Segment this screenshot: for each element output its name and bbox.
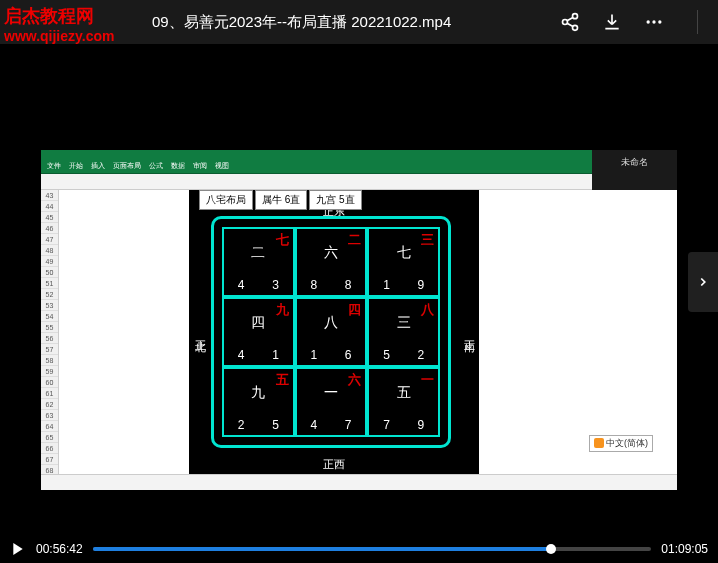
play-button[interactable] xyxy=(10,541,26,557)
chart-tab[interactable]: 九宫 5直 xyxy=(309,190,361,210)
svg-line-4 xyxy=(567,23,573,26)
more-icon[interactable] xyxy=(643,11,665,33)
palace-cell: 九四41 xyxy=(222,297,295,367)
video-viewport: — □ × 文件 开始 插入 页面布局 公式 数据 审阅 视图 未命名 4344… xyxy=(0,44,718,535)
ribbon-tab[interactable]: 审阅 xyxy=(193,161,207,171)
ribbon-tab[interactable]: 视图 xyxy=(215,161,229,171)
svg-point-6 xyxy=(652,20,655,23)
video-title: 09、易善元2023年--布局直播 20221022.mp4 xyxy=(152,13,559,32)
excel-statusbar xyxy=(41,474,677,490)
nine-palace-chart: 八宅布局 属牛 6直 九宫 5直 正东 正西 正南 正北 七二43二六88三七1… xyxy=(189,190,479,474)
excel-toolbar xyxy=(41,174,677,190)
cell-bottom: 19 xyxy=(369,278,438,295)
cell-star: 七 xyxy=(276,231,289,249)
chart-tab[interactable]: 属牛 6直 xyxy=(255,190,307,210)
cell-bottom: 25 xyxy=(224,418,293,435)
svg-point-1 xyxy=(563,20,568,25)
ribbon-tab[interactable]: 页面布局 xyxy=(113,161,141,171)
progress-fill xyxy=(93,547,551,551)
cell-star: 三 xyxy=(421,231,434,249)
cell-star: 九 xyxy=(276,301,289,319)
progress-bar[interactable] xyxy=(93,547,652,551)
cell-bottom: 52 xyxy=(369,348,438,365)
next-arrow[interactable] xyxy=(688,252,718,312)
palace-cell: 八三52 xyxy=(367,297,440,367)
svg-line-3 xyxy=(567,17,573,20)
download-icon[interactable] xyxy=(601,11,623,33)
watermark-title: 启杰教程网 xyxy=(4,4,114,28)
svg-point-7 xyxy=(658,20,661,23)
watermark-url: www.qijiezy.com xyxy=(4,28,114,44)
direction-south: 正西 xyxy=(323,457,345,472)
excel-titlebar: — □ × xyxy=(41,150,677,160)
chart-tab[interactable]: 八宅布局 xyxy=(199,190,253,210)
cell-star: 二 xyxy=(348,231,361,249)
cell-bottom: 47 xyxy=(297,418,366,435)
svg-point-0 xyxy=(573,14,578,19)
svg-point-2 xyxy=(573,25,578,30)
total-time: 01:09:05 xyxy=(661,542,708,556)
current-time: 00:56:42 xyxy=(36,542,83,556)
progress-thumb[interactable] xyxy=(546,544,556,554)
excel-window: — □ × 文件 开始 插入 页面布局 公式 数据 审阅 视图 未命名 4344… xyxy=(41,150,677,490)
palace-cell: 四八16 xyxy=(295,297,368,367)
cell-bottom: 16 xyxy=(297,348,366,365)
cell-bottom: 41 xyxy=(224,348,293,365)
ime-indicator[interactable]: 中文(简体) xyxy=(589,435,653,452)
player-controls: 00:56:42 01:09:05 xyxy=(0,535,718,563)
svg-marker-8 xyxy=(13,543,22,555)
ribbon-tab[interactable]: 公式 xyxy=(149,161,163,171)
excel-ribbon: 文件 开始 插入 页面布局 公式 数据 审阅 视图 xyxy=(41,160,677,174)
side-label: 未命名 xyxy=(621,156,648,169)
cell-star: 四 xyxy=(348,301,361,319)
palace-cell: 六一47 xyxy=(295,367,368,437)
chart-tabs: 八宅布局 属牛 6直 九宫 5直 xyxy=(199,190,362,210)
cell-bottom: 88 xyxy=(297,278,366,295)
ribbon-tab[interactable]: 文件 xyxy=(47,161,61,171)
svg-point-5 xyxy=(647,20,650,23)
palace-cell: 七二43 xyxy=(222,227,295,297)
cell-star: 八 xyxy=(421,301,434,319)
ribbon-tab[interactable]: 数据 xyxy=(171,161,185,171)
ime-text: 中文(简体) xyxy=(606,437,648,450)
cell-bottom: 79 xyxy=(369,418,438,435)
cell-bottom: 43 xyxy=(224,278,293,295)
ribbon-tab[interactable]: 开始 xyxy=(69,161,83,171)
header-actions xyxy=(559,10,698,34)
row-headers: 4344454647484950515253545556575859606162… xyxy=(41,190,59,474)
palace-cell: 五九25 xyxy=(222,367,295,437)
share-icon[interactable] xyxy=(559,11,581,33)
palace-cell: 一五79 xyxy=(367,367,440,437)
watermark: 启杰教程网 www.qijiezy.com xyxy=(4,4,114,44)
grid-frame: 七二43二六88三七19九四41四八16八三52五九25六一47一五79 xyxy=(211,216,451,448)
cell-star: 一 xyxy=(421,371,434,389)
cell-star: 五 xyxy=(276,371,289,389)
ribbon-tab[interactable]: 插入 xyxy=(91,161,105,171)
palace-cell: 二六88 xyxy=(295,227,368,297)
palace-cell: 三七19 xyxy=(367,227,440,297)
ime-icon xyxy=(594,438,604,448)
divider xyxy=(697,10,698,34)
cell-star: 六 xyxy=(348,371,361,389)
